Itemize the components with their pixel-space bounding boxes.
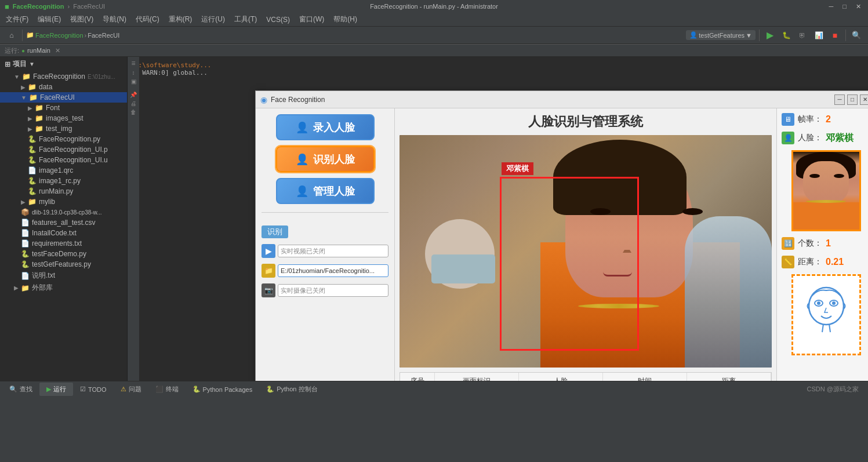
strip-icon-5[interactable]: 🖨 xyxy=(130,100,136,107)
sidebar-item-testfacedemo-py[interactable]: 🐍 testFaceDemo.py xyxy=(0,249,127,259)
distance-label: 距离： xyxy=(798,257,822,267)
strip-icon-6[interactable]: 🗑 xyxy=(130,109,136,115)
expand-arrow: ▶ xyxy=(28,115,32,122)
app-content: 👤 录入人脸 👤 识别人脸 👤 管理人脸 识别 xyxy=(256,108,868,381)
sidebar-item-data[interactable]: ▶ 📁 data xyxy=(0,82,127,92)
coverage-button[interactable]: ⛨ xyxy=(796,28,809,42)
tab-terminal[interactable]: ⬛ 终端 xyxy=(148,383,186,396)
folder-icon: 📁 xyxy=(28,198,37,206)
sidebar-item-external-lib[interactable]: ▶ 📁 外部库 xyxy=(0,282,127,294)
toolbar-separator-1 xyxy=(22,30,23,41)
breadcrumb-arrow: › xyxy=(85,32,87,39)
video-status-input[interactable] xyxy=(278,245,388,257)
video-icon: ▶ xyxy=(262,244,275,258)
file-icon: 📄 xyxy=(28,166,37,174)
app-close-button[interactable]: ✕ xyxy=(860,94,868,105)
expand-arrow: ▶ xyxy=(21,84,26,90)
sidebar-item-requirements[interactable]: 📄 requirements.txt xyxy=(0,238,127,249)
sidebar-item-mylib[interactable]: ▶ 📁 mylib xyxy=(0,197,127,207)
tab-todo[interactable]: ☑ TODO xyxy=(73,383,114,395)
toolbar-home-button[interactable]: ⌂ xyxy=(5,28,19,42)
run-script-name[interactable]: runMain xyxy=(27,47,50,54)
py-icon: 🐍 xyxy=(28,145,37,154)
debug-button[interactable]: 🐛 xyxy=(779,28,793,42)
python-console-tab-icon: 🐍 xyxy=(266,385,274,393)
menu-item-nav[interactable]: 导航(N) xyxy=(99,13,130,26)
tab-run[interactable]: ▶ 运行 xyxy=(39,383,73,396)
recognize-label: 识别人脸 xyxy=(313,152,355,166)
project-expand-icon[interactable]: ⊞ xyxy=(5,60,10,68)
run-button[interactable]: ▶ xyxy=(763,28,777,42)
sidebar-item-testgetfeatures-py[interactable]: 🐍 testGetFeatures.py xyxy=(0,259,127,270)
close-button[interactable]: ✕ xyxy=(854,3,863,10)
sidebar-item-features-csv[interactable]: 📄 features_all_test.csv xyxy=(0,217,127,228)
sidebar-item-test-img[interactable]: ▶ 📁 test_img xyxy=(0,123,127,134)
tab-search[interactable]: 🔍 查找 xyxy=(2,383,39,396)
register-face-button[interactable]: 👤 录入人脸 xyxy=(276,114,375,140)
app-name: FaceRecognition xyxy=(13,3,64,10)
stop-button[interactable]: ■ xyxy=(828,28,842,42)
sidebar-item-facerecognition[interactable]: ▼ 📁 FaceRecognition E:\01zhu... xyxy=(0,71,127,82)
app-right-panel: 🖥 帧率： 2 👤 人脸： 邓紫棋 xyxy=(776,108,868,381)
menu-item-refactor[interactable]: 重构(R) xyxy=(165,13,196,26)
manage-label: 管理人脸 xyxy=(313,184,355,198)
sidebar-item-font[interactable]: ▶ 📁 Font xyxy=(0,103,127,113)
breadcrumb-folder-link[interactable]: FaceRecUI xyxy=(88,32,119,39)
profile-button[interactable]: 👤 testGetFeatures ▼ xyxy=(686,30,756,40)
console-area: D:\software\study... [ WARN:0] global... xyxy=(128,57,868,81)
sidebar-item-dlib[interactable]: 📦 dlib-19.19.0-cp38-cp38-w... xyxy=(0,207,127,217)
sidebar-item-facerecui[interactable]: ▼ 📁 FaceRecUI xyxy=(0,92,127,103)
py-icon: 🐍 xyxy=(28,135,37,143)
menu-item-vcs[interactable]: VCS(S) xyxy=(263,14,293,25)
menu-item-edit[interactable]: 编辑(E) xyxy=(34,13,64,26)
strip-icon-1[interactable]: ≡ xyxy=(131,59,135,67)
menu-item-view[interactable]: 视图(V) xyxy=(67,13,97,26)
bottom-tabs: 🔍 查找 ▶ 运行 ☑ TODO ⚠ 问题 ⬛ 终端 🐍 Python Pack… xyxy=(0,381,868,397)
menu-item-file[interactable]: 文件(F) xyxy=(2,13,32,26)
recognize-face-button[interactable]: 👤 识别人脸 xyxy=(276,146,375,172)
count-row: 🔢 个数： 1 xyxy=(782,237,868,250)
expand-arrow: ▼ xyxy=(21,94,27,101)
search-button[interactable]: 🔍 xyxy=(849,28,863,42)
face-image-area: 邓紫棋 xyxy=(400,135,772,368)
camera-status-input[interactable] xyxy=(278,284,388,297)
menu-item-tools[interactable]: 工具(T) xyxy=(231,13,260,26)
sidebar-item-facerecognition-py[interactable]: 🐍 FaceRecognition.py xyxy=(0,134,127,144)
tab-issues[interactable]: ⚠ 问题 xyxy=(114,383,148,396)
maximize-button[interactable]: □ xyxy=(840,3,849,10)
menu-item-window[interactable]: 窗口(W) xyxy=(296,13,328,26)
app-minimize-button[interactable]: ─ xyxy=(834,94,845,105)
breadcrumb-root[interactable]: FaceRecognition xyxy=(35,32,83,39)
col-distance: 距离 xyxy=(687,373,771,381)
strip-icon-4[interactable]: 📌 xyxy=(130,92,137,98)
sidebar-item-image1-rc-py[interactable]: 🐍 image1_rc.py xyxy=(0,176,127,186)
sidebar-item-install-code[interactable]: 📄 InatallCode.txt xyxy=(0,228,127,238)
sidebar-item-facerecognition-ui-p[interactable]: 🐍 FaceRecognition_UI.p xyxy=(0,144,127,155)
manage-face-button[interactable]: 👤 管理人脸 xyxy=(276,178,375,204)
folder-path: E:\01zhu... xyxy=(88,74,115,80)
console-line-2: [ WARN:0] global... xyxy=(135,69,861,77)
sidebar-item-runmain-py[interactable]: 🐍 runMain.py xyxy=(0,186,127,197)
menu-item-run[interactable]: 运行(U) xyxy=(198,13,228,26)
minimize-button[interactable]: ─ xyxy=(827,3,836,10)
tab-python-console[interactable]: 🐍 Python 控制台 xyxy=(259,383,324,396)
app-maximize-button[interactable]: □ xyxy=(847,94,858,105)
run-close-icon[interactable]: ✕ xyxy=(55,47,60,54)
menu-item-code[interactable]: 代码(C) xyxy=(132,13,163,26)
sidebar-item-images-test[interactable]: ▶ 📁 images_test xyxy=(0,113,127,123)
menu-item-help[interactable]: 帮助(H) xyxy=(330,13,361,26)
tab-python-packages[interactable]: 🐍 Python Packages xyxy=(186,383,260,395)
frame-rate-row: 🖥 帧率： 2 xyxy=(782,113,868,126)
item-label: InatallCode.txt xyxy=(32,229,77,237)
project-header: ⊞ 项目 ▼ xyxy=(0,57,127,71)
project-dropdown-icon[interactable]: ▼ xyxy=(29,61,35,67)
strip-icon-3[interactable]: ▣ xyxy=(131,78,136,85)
strip-icon-2[interactable]: ↕ xyxy=(132,70,135,76)
profile-run-button[interactable]: 📊 xyxy=(812,28,826,42)
sidebar-item-facerecognition-ui-u[interactable]: 🐍 FaceRecognition_UI.u xyxy=(0,155,127,165)
item-label: testGetFeatures.py xyxy=(32,260,91,268)
sidebar-item-image1-qrc[interactable]: 📄 image1.qrc xyxy=(0,165,127,176)
run-tab-label: 运行 xyxy=(53,385,66,394)
sidebar-item-readme[interactable]: 📄 说明.txt xyxy=(0,270,127,282)
file-path-input[interactable] xyxy=(278,264,388,277)
